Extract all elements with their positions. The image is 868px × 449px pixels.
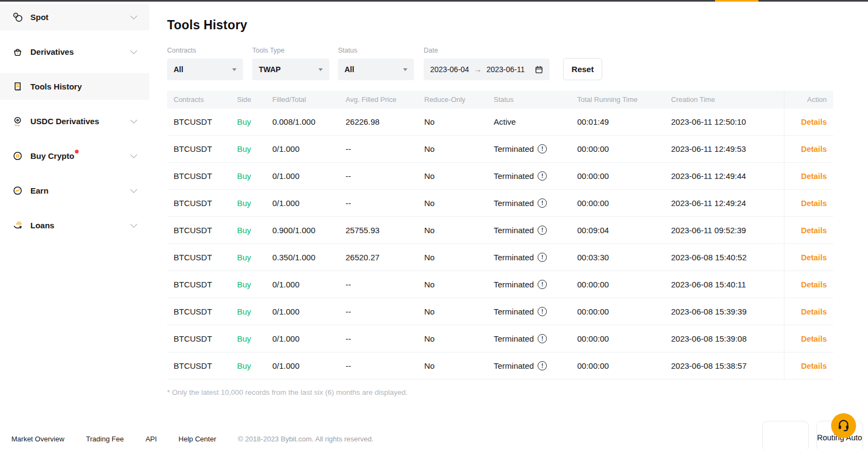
sidebar-item-tools-history[interactable]: Tools History xyxy=(0,73,149,100)
cell-creation-time: 2023-06-08 15:40:11 xyxy=(671,280,784,289)
info-icon[interactable]: ! xyxy=(538,226,547,235)
contracts-dropdown[interactable]: All xyxy=(167,59,243,80)
col-creation-time: Creation Time xyxy=(671,95,784,104)
support-chat-button[interactable] xyxy=(831,413,856,438)
cell-reduce-only: No xyxy=(424,280,494,289)
cell-status: Terminated! xyxy=(494,361,577,370)
details-link[interactable]: Details xyxy=(801,253,827,262)
details-link[interactable]: Details xyxy=(801,199,827,208)
info-icon[interactable]: ! xyxy=(538,280,547,289)
chevron-down-icon xyxy=(130,221,137,228)
sidebar-item-spot[interactable]: Spot xyxy=(0,4,149,30)
pagination-button-stub-1[interactable] xyxy=(762,421,809,449)
buy-crypto-icon xyxy=(12,150,23,162)
info-icon[interactable]: ! xyxy=(538,334,547,343)
cell-creation-time: 2023-06-11 12:49:24 xyxy=(671,198,784,208)
status-text: Terminated xyxy=(494,253,534,262)
cell-side: Buy xyxy=(237,307,272,316)
cell-action: Details xyxy=(784,298,833,325)
loans-icon xyxy=(12,220,23,231)
sidebar-item-buy-crypto[interactable]: Buy Crypto xyxy=(0,143,149,169)
table-row: BTCUSDTBuy0.900/1.00025755.93NoTerminate… xyxy=(167,217,833,244)
details-link[interactable]: Details xyxy=(801,307,827,316)
date-start-value: 2023-06-04 xyxy=(430,65,469,74)
copyright-text: © 2018-2023 Bybit.com. All rights reserv… xyxy=(238,435,373,443)
cell-filled-total: 0.350/1.000 xyxy=(272,253,346,262)
cell-creation-time: 2023-06-08 15:39:08 xyxy=(671,334,784,343)
cell-action: Details xyxy=(784,163,833,189)
reset-button[interactable]: Reset xyxy=(563,58,602,80)
footer-link-trading-fee[interactable]: Trading Fee xyxy=(86,435,124,443)
cell-contracts: BTCUSDT xyxy=(174,198,237,208)
sidebar-item-usdc-derivatives[interactable]: USDC Derivatives xyxy=(0,108,149,134)
spot-icon xyxy=(12,11,23,23)
tools-type-dropdown-value: TWAP xyxy=(259,65,280,74)
sidebar-item-label: Spot xyxy=(30,12,48,22)
cell-contracts: BTCUSDT xyxy=(174,117,237,126)
cell-total-running-time: 00:00:00 xyxy=(577,361,671,370)
cell-avg-filled-price: 26520.27 xyxy=(346,253,424,262)
status-text: Terminated xyxy=(494,307,534,316)
date-end-value: 2023-06-11 xyxy=(487,65,525,74)
footer-link-api[interactable]: API xyxy=(145,435,157,443)
table-row: BTCUSDTBuy0.350/1.00026520.27NoTerminate… xyxy=(167,244,833,271)
footer-link-market-overview[interactable]: Market Overview xyxy=(11,435,65,443)
cell-total-running-time: 00:00:00 xyxy=(577,280,671,289)
cell-avg-filled-price: -- xyxy=(346,361,424,370)
contracts-dropdown-value: All xyxy=(174,65,183,74)
table-row: BTCUSDTBuy0/1.000--NoTerminated!00:00:00… xyxy=(167,190,833,217)
footer: Market Overview Trading Fee API Help Cen… xyxy=(11,435,374,443)
details-link[interactable]: Details xyxy=(801,335,827,343)
cell-contracts: BTCUSDT xyxy=(174,226,237,235)
sidebar-item-earn[interactable]: Earn xyxy=(0,177,149,204)
chevron-down-icon xyxy=(130,186,137,193)
cell-side: Buy xyxy=(237,361,272,370)
cell-reduce-only: No xyxy=(424,334,494,343)
date-range-arrow-icon: → xyxy=(474,65,482,74)
cell-total-running-time: 00:00:00 xyxy=(577,171,671,181)
sidebar-item-label: Buy Crypto xyxy=(30,151,74,161)
cell-contracts: BTCUSDT xyxy=(174,144,237,153)
info-icon[interactable]: ! xyxy=(538,171,547,181)
sidebar-item-derivatives[interactable]: Derivatives xyxy=(0,39,149,65)
cell-action: Details xyxy=(784,217,833,243)
date-range-picker[interactable]: 2023-06-04 → 2023-06-11 xyxy=(424,59,550,80)
cell-side: Buy xyxy=(237,144,272,153)
date-filter: Date 2023-06-04 → 2023-06-11 xyxy=(424,47,550,80)
info-icon[interactable]: ! xyxy=(538,253,547,262)
cell-contracts: BTCUSDT xyxy=(174,253,237,262)
details-link[interactable]: Details xyxy=(801,362,827,370)
contracts-filter: Contracts All xyxy=(167,47,243,80)
details-link[interactable]: Details xyxy=(801,226,827,235)
col-reduce-only: Reduce-Only xyxy=(424,95,494,104)
cell-total-running-time: 00:00:00 xyxy=(577,198,671,208)
cell-status: Terminated! xyxy=(494,280,577,289)
cell-reduce-only: No xyxy=(424,117,494,126)
status-filter-label: Status xyxy=(338,47,414,54)
details-link[interactable]: Details xyxy=(801,172,827,181)
sidebar-nav: SpotDerivativesTools HistoryUSDC Derivat… xyxy=(0,4,149,239)
details-link[interactable]: Details xyxy=(801,118,827,126)
status-dropdown[interactable]: All xyxy=(338,59,414,80)
sidebar-item-label: Tools History xyxy=(30,82,82,91)
headset-icon xyxy=(837,418,851,434)
cell-action: Details xyxy=(784,271,833,298)
info-icon[interactable]: ! xyxy=(538,198,547,208)
details-link[interactable]: Details xyxy=(801,145,827,153)
info-icon[interactable]: ! xyxy=(538,144,547,153)
details-link[interactable]: Details xyxy=(801,280,827,289)
cell-side: Buy xyxy=(237,171,272,181)
footer-link-help-center[interactable]: Help Center xyxy=(178,435,216,443)
tools-type-dropdown[interactable]: TWAP xyxy=(252,59,329,80)
cell-avg-filled-price: -- xyxy=(346,307,424,316)
cell-action: Details xyxy=(784,108,833,135)
cell-creation-time: 2023-06-08 15:40:52 xyxy=(671,253,784,262)
cell-reduce-only: No xyxy=(424,253,494,262)
info-icon[interactable]: ! xyxy=(538,361,547,370)
cell-avg-filled-price: -- xyxy=(346,334,424,343)
info-icon[interactable]: ! xyxy=(538,307,547,316)
sidebar: SpotDerivativesTools HistoryUSDC Derivat… xyxy=(0,2,149,449)
status-text: Terminated xyxy=(494,361,534,370)
cell-creation-time: 2023-06-08 15:38:57 xyxy=(671,361,784,370)
sidebar-item-loans[interactable]: Loans xyxy=(0,212,149,239)
